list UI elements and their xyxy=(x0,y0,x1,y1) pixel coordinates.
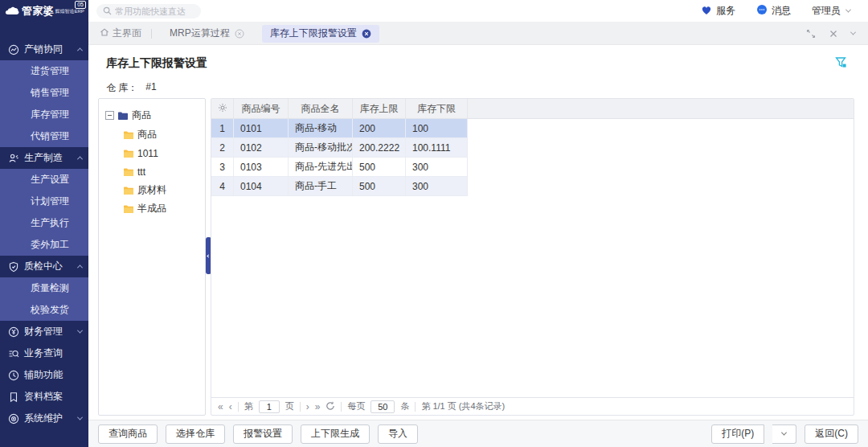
column-header-lower[interactable]: 库存下限 xyxy=(406,99,468,118)
tab-inventory-alarm[interactable]: 库存上下限报警设置 xyxy=(262,25,379,43)
sidebar-group-ziliaodangan[interactable]: 资料档案 xyxy=(0,386,88,408)
close-all-icon[interactable] xyxy=(829,29,838,39)
sidebar-group-xitongweihu[interactable]: 系统维护 xyxy=(0,408,88,429)
per-page-suffix-label: 条 xyxy=(400,400,409,412)
column-header-code[interactable]: 商品编号 xyxy=(234,99,289,118)
column-header-label: 库存下限 xyxy=(417,102,456,116)
home-icon xyxy=(100,27,109,39)
sidebar-group-yewuchaxun[interactable]: 业务查询 xyxy=(0,342,88,364)
folder-icon xyxy=(123,130,134,140)
per-page-input[interactable] xyxy=(371,400,395,413)
alarm-settings-button[interactable]: 报警设置 xyxy=(233,424,293,444)
expand-icon[interactable] xyxy=(806,29,816,39)
column-header-label: 商品编号 xyxy=(242,102,280,116)
tab-home[interactable]: 主界面 xyxy=(100,27,141,40)
folder-icon xyxy=(117,111,129,121)
cloud-logo-icon xyxy=(5,6,19,18)
divider xyxy=(238,402,239,412)
sidebar-group-fuzhugongneng[interactable]: 辅助功能 xyxy=(0,364,88,386)
column-header-filler xyxy=(468,99,854,118)
sidebar-item-jinhuo[interactable]: 进货管理 xyxy=(0,60,88,82)
next-page-button[interactable]: › xyxy=(306,402,309,412)
user-menu[interactable]: 管理员 xyxy=(812,4,850,18)
sidebar-item-xiaoshou[interactable]: 销售管理 xyxy=(0,82,88,104)
sidebar-nav: 产销协同 进货管理 销售管理 库存管理 代销管理 生产制造 生产设置 计划管理 … xyxy=(0,39,88,429)
tree-node-label: 原材料 xyxy=(137,183,166,197)
cell-code: 0103 xyxy=(234,158,289,176)
message-menu[interactable]: 消息 xyxy=(756,4,791,18)
sidebar-item-daixiao[interactable]: 代销管理 xyxy=(0,125,88,147)
cell-name: 商品-先进先出 xyxy=(289,158,353,176)
logo-version-badge: 05 xyxy=(75,1,86,9)
collapse-minus-icon[interactable] xyxy=(105,111,114,120)
cell-code: 0102 xyxy=(234,138,289,157)
query-product-button[interactable]: 查询商品 xyxy=(98,424,158,444)
prev-page-button[interactable]: ‹ xyxy=(229,402,232,412)
tree-node-ttt[interactable]: ttt xyxy=(99,162,205,181)
table-row[interactable]: 3 0103 商品-先进先出 500 300 xyxy=(211,158,468,177)
page-number-input[interactable] xyxy=(259,400,280,413)
column-settings-button[interactable] xyxy=(211,99,234,118)
row-number: 2 xyxy=(211,138,234,157)
page-prefix-label: 第 xyxy=(244,400,253,412)
refresh-icon[interactable] xyxy=(326,401,335,412)
tab-home-label: 主界面 xyxy=(113,27,141,40)
last-page-button[interactable]: » xyxy=(315,402,321,412)
import-button[interactable]: 导入 xyxy=(378,424,418,444)
cell-upper: 200.2222 xyxy=(353,138,406,157)
sidebar-item-label: 质量检测 xyxy=(31,281,69,295)
close-icon[interactable] xyxy=(362,29,371,39)
chevron-down-icon[interactable] xyxy=(850,30,856,35)
tab-label: MRP运算过程 xyxy=(170,27,230,40)
print-button[interactable]: 打印(P) xyxy=(711,424,764,444)
cell-code: 0101 xyxy=(234,119,289,137)
print-options-button[interactable] xyxy=(772,424,796,444)
sidebar-item-label: 生产执行 xyxy=(31,216,69,230)
cell-upper: 200 xyxy=(353,119,406,137)
sidebar-item-zhixing[interactable]: 生产执行 xyxy=(0,212,88,234)
footer-right: 打印(P) 返回(C) xyxy=(711,424,858,444)
table-row[interactable]: 2 0102 商品-移动批次 200.2222 100.1111 xyxy=(211,138,468,158)
archive-icon xyxy=(8,392,19,403)
first-page-button[interactable]: « xyxy=(218,402,223,412)
tree-node-yuancailiao[interactable]: 原材料 xyxy=(99,181,205,199)
search-icon xyxy=(103,6,112,15)
cell-name: 商品-手工 xyxy=(289,177,353,195)
sidebar-item-weiwai[interactable]: 委外加工 xyxy=(0,234,88,256)
column-header-upper[interactable]: 库存上限 xyxy=(353,99,406,118)
sidebar-group-shengchanzhizao[interactable]: 生产制造 xyxy=(0,147,88,169)
tree-node-shangpin[interactable]: 商品 xyxy=(99,125,205,144)
quick-search[interactable] xyxy=(96,4,201,18)
column-header-name[interactable]: 商品全名 xyxy=(289,99,353,118)
tree-node-bancheng[interactable]: 半成品 xyxy=(99,199,205,218)
sidebar-group-chanxiaoxietong[interactable]: 产销协同 xyxy=(0,39,88,60)
tab-mrp[interactable]: MRP运算过程 xyxy=(162,25,252,43)
close-icon[interactable] xyxy=(235,29,244,39)
sidebar-item-jihua[interactable]: 计划管理 xyxy=(0,191,88,212)
sidebar-item-zhiliangjiance[interactable]: 质量检测 xyxy=(0,277,88,299)
sidebar-item-kucun[interactable]: 库存管理 xyxy=(0,104,88,125)
sidebar-item-jiaoyanfahuo[interactable]: 校验发货 xyxy=(0,299,88,321)
sidebar-group-caiwu[interactable]: 财务管理 xyxy=(0,321,88,342)
top-bar: 服务 消息 管理员 xyxy=(88,0,868,23)
tree-node-1011[interactable]: 1011 xyxy=(99,144,205,162)
tree-node-label: 半成品 xyxy=(137,202,166,215)
back-button[interactable]: 返回(C) xyxy=(805,424,858,444)
sidebar-item-shengchanshezhi[interactable]: 生产设置 xyxy=(0,169,88,191)
divider xyxy=(415,402,416,412)
chevron-down-icon xyxy=(781,430,787,436)
chevron-up-icon xyxy=(77,265,83,270)
logo: 管家婆 辉煌智造ERP 05 xyxy=(0,0,88,23)
search-input[interactable] xyxy=(115,6,195,16)
table-row[interactable]: 4 0104 商品-手工 500 300 xyxy=(211,177,468,196)
service-label: 服务 xyxy=(716,4,735,18)
tree-root-node[interactable]: 商品 xyxy=(105,109,205,122)
row-number: 1 xyxy=(211,119,234,137)
select-warehouse-button[interactable]: 选择仓库 xyxy=(166,424,225,444)
table-row[interactable]: 1 0101 商品-移动 200 100 xyxy=(211,119,468,138)
filter-icon[interactable] xyxy=(835,56,847,71)
generate-limits-button[interactable]: 上下限生成 xyxy=(301,424,370,444)
service-menu[interactable]: 服务 xyxy=(701,4,735,18)
logo-text: 管家婆 xyxy=(22,4,55,18)
sidebar-group-zhijian[interactable]: 质检中心 xyxy=(0,256,88,277)
